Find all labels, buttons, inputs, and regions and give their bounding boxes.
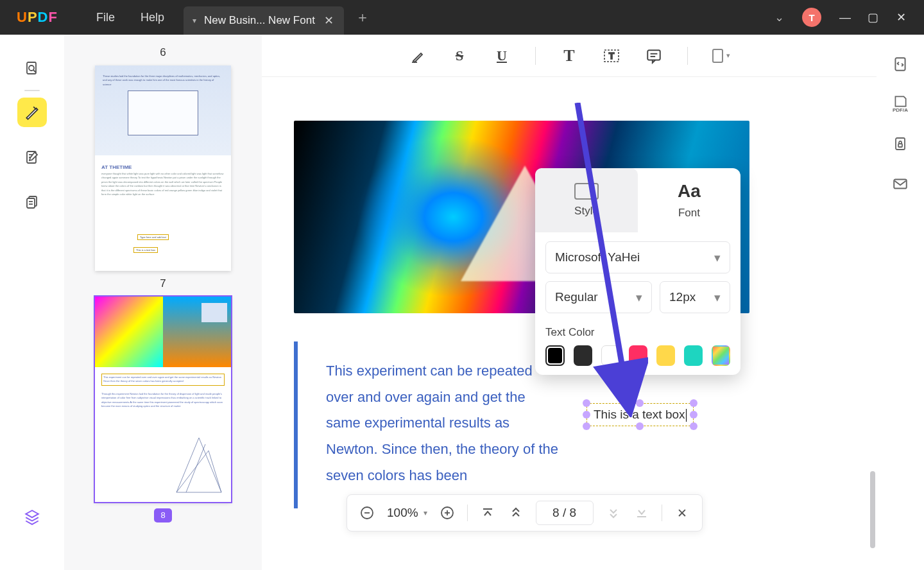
scrollbar[interactable] xyxy=(870,471,875,548)
font-weight-value: Regular xyxy=(555,290,598,304)
svg-rect-13 xyxy=(647,50,660,60)
svg-point-1 xyxy=(29,65,34,71)
font-tab-icon: Aa xyxy=(678,181,701,202)
swatch-white[interactable] xyxy=(601,345,620,366)
resize-handle[interactable] xyxy=(583,399,590,407)
rail-separator xyxy=(24,90,40,91)
prev-page-button[interactable] xyxy=(508,505,524,521)
main-menu: File Help xyxy=(96,11,164,24)
highlighter-icon[interactable] xyxy=(17,98,47,127)
window-controls: ⌄ T ― ▢ ✕ xyxy=(774,8,924,27)
edit-page-icon[interactable] xyxy=(17,142,47,172)
text-cursor xyxy=(686,409,687,422)
last-page-button[interactable] xyxy=(633,505,650,521)
swatch-teal[interactable] xyxy=(684,345,703,366)
chevron-down-icon: ▾ xyxy=(424,508,427,517)
chevron-down-icon: ▾ xyxy=(636,290,642,305)
swatch-dark-grey[interactable] xyxy=(574,345,592,366)
pages-icon[interactable] xyxy=(17,187,47,217)
font-family-select[interactable]: Microsoft YaHei ▾ xyxy=(545,241,730,273)
page-badge-8: 8 xyxy=(154,508,172,522)
resize-handle[interactable] xyxy=(690,399,697,407)
toolbar-separator xyxy=(535,47,536,65)
font-panel: Style Aa Font Microsoft YaHei ▾ Regular … xyxy=(535,168,740,375)
swatch-gradient[interactable] xyxy=(712,345,730,366)
svg-rect-0 xyxy=(27,62,36,74)
svg-rect-19 xyxy=(894,180,907,189)
resize-handle[interactable] xyxy=(690,422,697,430)
thumbnail-page-6[interactable]: These studies laid the foundation for th… xyxy=(95,65,231,271)
search-icon[interactable] xyxy=(17,54,47,83)
sticky-note-icon[interactable] xyxy=(645,47,663,65)
title-bar: UPDF File Help ▾ New Busin... New Font ✕… xyxy=(0,0,924,35)
shape-tool-icon[interactable]: ▾ xyxy=(712,47,730,65)
zoom-out-button[interactable] xyxy=(359,505,375,521)
zoom-in-button[interactable] xyxy=(439,505,456,521)
page-navigation: 100%▾ ✕ xyxy=(346,494,703,531)
textbox-tool-icon[interactable]: T xyxy=(603,47,620,65)
highlighter-tool-icon[interactable] xyxy=(408,47,426,65)
convert-icon[interactable] xyxy=(891,55,909,73)
dropdown-icon[interactable]: ⌄ xyxy=(774,10,784,24)
resize-handle[interactable] xyxy=(583,411,590,419)
document-tab[interactable]: ▾ New Busin... New Font ✕ xyxy=(184,6,344,35)
chevron-down-icon: ▾ xyxy=(714,290,721,305)
pdfa-icon[interactable]: PDF/A xyxy=(891,95,909,113)
left-rail xyxy=(0,35,64,570)
font-family-value: Microsoft YaHei xyxy=(555,250,640,264)
resize-handle[interactable] xyxy=(690,411,697,419)
page-number-7: 7 xyxy=(86,277,240,290)
text-box-wrapper[interactable]: This is a text box xyxy=(586,403,694,426)
nav-separator-2 xyxy=(662,505,662,521)
zoom-level[interactable]: 100%▾ xyxy=(387,506,427,520)
first-page-button[interactable] xyxy=(479,505,496,521)
document-paragraph: This experiment can be repeated over and… xyxy=(326,358,563,488)
menu-help[interactable]: Help xyxy=(141,11,164,24)
strikethrough-icon[interactable]: S xyxy=(450,47,468,65)
thumbnail-page-7[interactable]: This experiment can be repeated over and… xyxy=(95,297,231,502)
page-number-input[interactable] xyxy=(536,501,594,525)
pdfa-label: PDF/A xyxy=(893,108,908,113)
toolbar-separator-2 xyxy=(687,47,688,65)
thumb6-title: AT THETIME xyxy=(101,164,225,170)
font-size-select[interactable]: 12px ▾ xyxy=(660,281,730,313)
font-size-value: 12px xyxy=(669,290,696,304)
svg-rect-7 xyxy=(27,198,35,208)
chevron-down-icon: ▾ xyxy=(714,250,721,265)
right-rail: PDF/A xyxy=(877,35,924,570)
svg-rect-16 xyxy=(895,58,905,71)
protect-icon[interactable] xyxy=(891,135,909,153)
maximize-button[interactable]: ▢ xyxy=(868,10,878,24)
avatar[interactable]: T xyxy=(802,8,821,27)
zoom-value: 100% xyxy=(387,506,418,520)
style-tab-icon xyxy=(574,183,599,200)
swatch-black[interactable] xyxy=(545,345,565,366)
color-swatches xyxy=(535,345,740,366)
app-logo: UPDF xyxy=(17,9,58,26)
main-area: 6 These studies laid the foundation for … xyxy=(0,35,924,570)
tab-style[interactable]: Style xyxy=(535,168,638,232)
next-page-button[interactable] xyxy=(605,505,622,521)
new-tab-button[interactable]: ＋ xyxy=(355,8,370,27)
tab-close-icon[interactable]: ✕ xyxy=(323,13,335,28)
quote-bar xyxy=(294,341,298,508)
tab-style-label: Style xyxy=(574,205,599,218)
text-tool-icon[interactable]: T xyxy=(560,47,578,65)
close-nav-button[interactable]: ✕ xyxy=(674,505,690,521)
underline-icon[interactable]: U xyxy=(493,47,511,65)
swatch-yellow[interactable] xyxy=(656,345,675,366)
swatch-red[interactable] xyxy=(629,345,647,366)
tab-caret-icon: ▾ xyxy=(193,16,196,25)
annotation-toolbar: S U T T ▾ xyxy=(262,35,877,77)
thumbnail-panel[interactable]: 6 These studies laid the foundation for … xyxy=(64,35,262,570)
tab-font[interactable]: Aa Font xyxy=(638,168,740,232)
svg-rect-18 xyxy=(898,144,902,147)
layers-icon[interactable] xyxy=(17,502,47,531)
mail-icon[interactable] xyxy=(891,175,909,193)
close-window-button[interactable]: ✕ xyxy=(896,10,906,24)
resize-handle[interactable] xyxy=(583,422,590,430)
menu-file[interactable]: File xyxy=(96,11,115,24)
font-weight-select[interactable]: Regular ▾ xyxy=(545,281,652,313)
svg-text:T: T xyxy=(609,51,615,61)
minimize-button[interactable]: ― xyxy=(839,11,850,24)
